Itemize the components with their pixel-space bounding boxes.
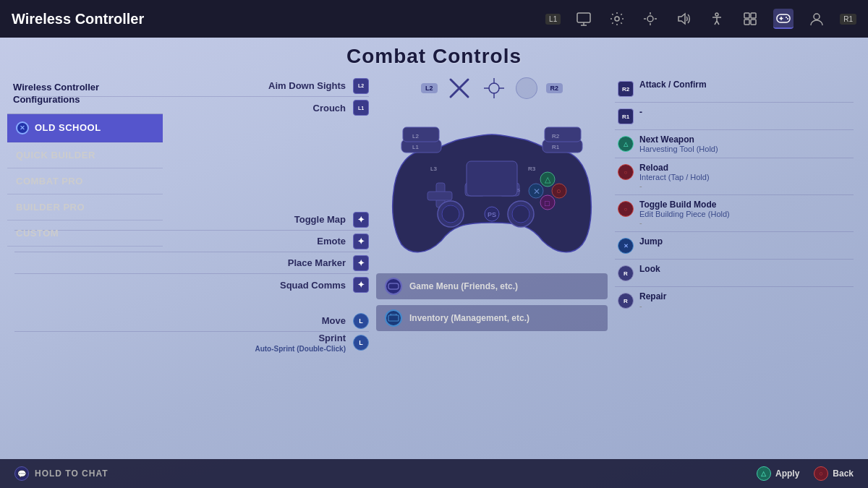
network-icon[interactable] — [740, 9, 760, 29]
triangle-badge: △ — [618, 136, 634, 152]
apply-action[interactable]: △ Apply — [757, 466, 799, 481]
l1-badge[interactable]: L1 — [545, 14, 561, 25]
top-bar: Wireless Controller L1 R1 — [0, 0, 868, 38]
controller-area: L2 — [376, 75, 608, 331]
combat-controls-title: Combat Controls — [346, 45, 522, 68]
svg-text:△: △ — [545, 175, 551, 184]
r1-row: R1 - — [615, 103, 854, 130]
aim-icon — [446, 75, 472, 101]
svg-text:R2: R2 — [552, 133, 560, 140]
sidebar-item-combat-pro[interactable]: COMBAT PRO — [7, 168, 163, 194]
page-title: Wireless Controller — [12, 11, 531, 27]
left-bottom-bindings: Move L Sprint Auto-Sprint (Double-Click)… — [14, 310, 369, 354]
toggle-build-row: ○ Toggle Build Mode Edit Building Piece … — [615, 195, 854, 232]
reload-row: ○ Reload Interact (Tap / Hold) - — [615, 158, 854, 195]
svg-point-48 — [512, 205, 529, 223]
l2-top-btn: L2 — [421, 83, 438, 93]
svg-marker-9 — [678, 14, 685, 24]
crosshair-icon — [481, 75, 507, 101]
active-indicator: ✕ — [16, 121, 29, 134]
sidebar-heading: Wireless ControllerConfigurations — [7, 77, 163, 114]
game-menu-action: Game Menu (Friends, etc.) — [376, 273, 608, 299]
svg-point-18 — [786, 17, 787, 18]
svg-text:R3: R3 — [528, 166, 536, 172]
svg-text:PS: PS — [488, 211, 496, 218]
svg-rect-12 — [751, 13, 756, 18]
sprint-row: Sprint Auto-Sprint (Double-Click) L — [14, 332, 369, 354]
r1-badge[interactable]: R1 — [840, 14, 856, 25]
attack-confirm-row: R2 Attack / Confirm — [615, 75, 854, 103]
reload-dash: - — [639, 181, 710, 190]
repair-row: R Repair - — [615, 287, 854, 314]
attack-confirm-labels: Attack / Confirm — [639, 80, 707, 90]
look-main: Look — [639, 264, 660, 274]
svg-point-4 — [647, 16, 653, 22]
svg-text:○: ○ — [556, 187, 561, 195]
look-labels: Look — [639, 264, 660, 274]
triangle-apply-icon: △ — [757, 466, 771, 481]
sound-icon[interactable] — [673, 9, 694, 29]
hold-to-chat: 💬 HOLD TO CHAT — [14, 466, 109, 481]
sidebar-item-custom[interactable]: CUSTOM — [7, 221, 163, 247]
r2-binding-badge: R2 — [618, 81, 634, 97]
hold-to-chat-label: HOLD TO CHAT — [35, 468, 109, 479]
sidebar-item-quick-builder[interactable]: QUICK BUILDER — [7, 142, 163, 168]
svg-text:R1: R1 — [552, 144, 560, 150]
controller-icon[interactable] — [773, 9, 793, 29]
next-weapon-main: Next Weapon — [639, 134, 718, 145]
svg-rect-42 — [467, 161, 517, 196]
crouch-label: Crouch — [313, 103, 351, 114]
right-bindings: R2 Attack / Confirm R1 - △ Next Weapon H… — [608, 75, 854, 314]
dpad-badge-1: ✦ — [353, 212, 369, 228]
r2-top-btn: R2 — [546, 83, 563, 93]
squad-comms-row: Squad Comms ✦ — [14, 274, 369, 296]
monitor-icon[interactable] — [574, 9, 594, 29]
toggle-build-labels: Toggle Build Mode Edit Building Piece (H… — [639, 200, 730, 227]
move-label: Move — [322, 315, 350, 326]
sidebar-item-old-school[interactable]: ✕ OLD SCHOOL — [7, 114, 163, 142]
toggle-build-dash: - — [639, 218, 730, 227]
svg-text:✕: ✕ — [533, 187, 540, 197]
svg-rect-14 — [751, 20, 756, 25]
svg-rect-29 — [403, 127, 439, 142]
svg-rect-31 — [545, 127, 581, 142]
r1-main: - — [639, 107, 642, 117]
user-icon[interactable] — [807, 9, 827, 29]
svg-point-46 — [442, 205, 459, 223]
apply-label: Apply — [775, 468, 799, 479]
reload-sub: Interact (Tap / Hold) — [639, 173, 710, 181]
squad-comms-label: Squad Comms — [280, 280, 350, 291]
repair-main: Repair — [639, 291, 666, 301]
back-label: Back — [833, 468, 854, 479]
back-action[interactable]: ○ Back — [814, 466, 854, 481]
touchpad-icon — [385, 278, 402, 295]
circle-back-icon: ○ — [814, 466, 828, 481]
left-sidebar: Wireless ControllerConfigurations ✕ OLD … — [7, 77, 163, 247]
look-row: R Look — [615, 260, 854, 287]
svg-rect-11 — [744, 13, 749, 18]
svg-rect-44 — [427, 192, 452, 200]
svg-text:□: □ — [545, 199, 550, 207]
svg-point-20 — [814, 14, 820, 20]
move-row: Move L — [14, 310, 369, 332]
game-menu-label: Game Menu (Friends, etc.) — [409, 281, 518, 291]
settings-icon[interactable] — [607, 9, 627, 29]
dpad-badge-2: ✦ — [353, 234, 369, 249]
svg-point-3 — [615, 17, 619, 21]
r-stick-badge-1: R — [618, 265, 634, 281]
bottom-actions: △ Apply ○ Back — [757, 466, 854, 481]
reload-labels: Reload Interact (Tap / Hold) - — [639, 163, 710, 190]
next-weapon-sub: Harvesting Tool (Hold) — [639, 145, 718, 153]
jump-labels: Jump — [639, 236, 663, 247]
cross-badge: ✕ — [618, 238, 634, 254]
brightness-icon[interactable] — [640, 9, 660, 29]
accessibility-icon[interactable] — [707, 9, 727, 29]
sidebar-item-builder-pro[interactable]: BUILDER PRO — [7, 194, 163, 221]
nav-icons: L1 R1 — [545, 9, 856, 29]
repair-labels: Repair - — [639, 291, 666, 310]
svg-point-10 — [715, 13, 718, 16]
controller-top-buttons: L2 — [421, 75, 563, 101]
controller-actions: Game Menu (Friends, etc.) Inventory (Man… — [376, 273, 608, 331]
r1-binding-badge: R1 — [618, 108, 634, 124]
svg-rect-0 — [577, 13, 590, 22]
